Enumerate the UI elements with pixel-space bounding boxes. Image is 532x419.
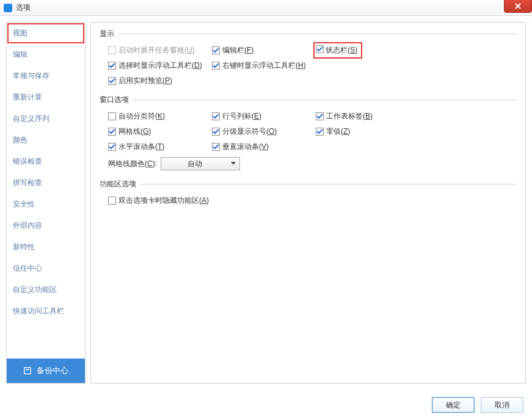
sidebar-item-security[interactable]: 安全性 [7, 194, 85, 215]
highlight-status-bar: 状态栏(S) [315, 43, 361, 57]
sidebar-item-label: 视图 [13, 29, 27, 37]
check-icon [316, 113, 323, 120]
label-page-breaks[interactable]: 自动分页符(K) [118, 111, 165, 122]
content-panel: 显示 启动时展开任务窗格(U) 编辑栏(F) 状态栏(S) [90, 22, 526, 384]
checkbox-outline-sym[interactable] [212, 128, 220, 136]
svg-rect-1 [26, 369, 29, 370]
checkbox-gridlines[interactable] [108, 128, 116, 136]
label-hscroll[interactable]: 水平滚动条(T) [118, 142, 164, 152]
sidebar-item-label: 颜色 [13, 136, 27, 144]
dialog-footer: 确定 取消 [432, 397, 523, 413]
svg-rect-0 [24, 368, 31, 374]
close-button[interactable] [504, 0, 532, 13]
check-icon [213, 144, 219, 150]
label-gridlines[interactable]: 网格线(G) [118, 126, 151, 137]
sidebar-item-view[interactable]: 视图 [7, 23, 85, 44]
section-window: 窗口选项 自动分页符(K) 行号列标(E) 工作表标签(B) [100, 95, 517, 170]
chevron-down-icon [231, 162, 236, 165]
sidebar-item-custom-seq[interactable]: 自定义序列 [7, 108, 85, 129]
sidebar-list: 视图 编辑 常规与保存 重新计算 自定义序列 颜色 错误检查 拼写检查 安全性 … [7, 23, 85, 359]
checkbox-row-col-hdr[interactable] [212, 112, 220, 120]
label-dblclick-hide[interactable]: 双击选项卡时隐藏功能区(A) [118, 195, 209, 206]
check-icon [316, 46, 323, 53]
sidebar-item-spell-check[interactable]: 拼写检查 [7, 172, 85, 194]
sidebar-item-trust-center[interactable]: 信任中心 [7, 258, 85, 279]
checkbox-startup-taskpane [108, 46, 116, 54]
checkbox-rclick-toolbar[interactable] [212, 62, 220, 70]
checkbox-formula-bar[interactable] [212, 46, 220, 54]
label-row-col-hdr[interactable]: 行号列标(E) [222, 111, 261, 122]
backup-center-button[interactable]: 备份中心 [7, 359, 85, 383]
title-bar: 选项 [0, 0, 532, 16]
sidebar-item-general[interactable]: 常规与保存 [7, 65, 85, 87]
sidebar-item-error-check[interactable]: 错误检查 [7, 151, 85, 172]
section-title-ribbon: 功能区选项 [100, 179, 517, 189]
sidebar-item-label: 快速访问工具栏 [13, 307, 64, 315]
checkbox-dblclick-hide[interactable] [108, 197, 116, 205]
divider [118, 34, 517, 34]
checkbox-vscroll[interactable] [212, 143, 220, 151]
checkbox-hscroll[interactable] [108, 143, 116, 151]
section-ribbon: 功能区选项 双击选项卡时隐藏功能区(A) [100, 179, 517, 206]
checkbox-zero-values[interactable] [316, 128, 324, 136]
label-rclick-toolbar[interactable]: 右键时显示浮动工具栏(H) [222, 60, 306, 71]
label-zero-values[interactable]: 零值(Z) [326, 126, 350, 137]
sidebar-item-new-features[interactable]: 新特性 [7, 236, 85, 258]
sidebar-item-label: 拼写检查 [13, 178, 42, 187]
label-outline-sym[interactable]: 分级显示符号(O) [222, 126, 277, 137]
sidebar-item-label: 外部内容 [13, 221, 42, 230]
check-icon [213, 128, 219, 135]
app-icon [4, 4, 12, 12]
checkbox-status-bar[interactable] [316, 45, 324, 53]
close-icon [514, 2, 522, 10]
label-live-preview[interactable]: 启用实时预览(P) [118, 76, 172, 86]
label-gridline-color: 网格线颜色(C): [108, 159, 157, 169]
checkbox-sheet-tabs[interactable] [316, 112, 324, 120]
checkbox-live-preview[interactable] [108, 77, 116, 85]
sidebar-item-label: 自定义功能区 [13, 285, 57, 294]
section-title-display: 显示 [100, 29, 517, 39]
window-title: 选项 [16, 2, 31, 13]
sidebar-item-label: 重新计算 [13, 93, 42, 101]
label-formula-bar[interactable]: 编辑栏(F) [222, 45, 253, 56]
label-sheet-tabs[interactable]: 工作表标签(B) [326, 111, 373, 122]
sidebar-item-color[interactable]: 颜色 [7, 129, 85, 151]
sidebar: 视图 编辑 常规与保存 重新计算 自定义序列 颜色 错误检查 拼写检查 安全性 … [6, 22, 86, 384]
check-icon [213, 47, 219, 54]
check-icon [316, 128, 323, 135]
label-vscroll[interactable]: 垂直滚动条(V) [222, 142, 269, 152]
divider [133, 100, 517, 100]
sidebar-item-quick-access[interactable]: 快速访问工具栏 [7, 301, 85, 322]
sidebar-item-edit[interactable]: 编辑 [7, 44, 85, 65]
sidebar-item-label: 安全性 [13, 200, 35, 208]
sidebar-item-label: 自定义序列 [13, 114, 49, 123]
button-label: 确定 [446, 400, 461, 410]
label-startup-taskpane: 启动时展开任务窗格(U) [118, 45, 195, 56]
backup-label: 备份中心 [37, 365, 68, 376]
section-title-label: 显示 [100, 29, 114, 39]
section-title-window: 窗口选项 [100, 95, 517, 105]
sidebar-item-custom-ribbon[interactable]: 自定义功能区 [7, 279, 85, 301]
divider [140, 184, 517, 184]
sidebar-item-external[interactable]: 外部内容 [7, 215, 85, 236]
sidebar-item-label: 错误检查 [13, 157, 42, 166]
check-icon [109, 78, 115, 84]
check-icon [109, 144, 115, 150]
sidebar-item-label: 信任中心 [13, 264, 42, 272]
checkbox-page-breaks[interactable] [108, 112, 116, 120]
backup-icon [23, 366, 32, 375]
checkbox-float-toolbar[interactable] [108, 62, 116, 70]
ok-button[interactable]: 确定 [432, 397, 475, 413]
sidebar-item-recalc[interactable]: 重新计算 [7, 87, 85, 108]
label-float-toolbar[interactable]: 选择时显示浮动工具栏(D) [118, 60, 202, 71]
check-icon [213, 62, 219, 69]
dropdown-gridline-color[interactable]: 自动 [161, 157, 240, 170]
check-icon [213, 113, 219, 120]
cancel-button[interactable]: 取消 [481, 397, 523, 413]
dropdown-value: 自动 [188, 159, 202, 169]
sidebar-item-label: 编辑 [13, 50, 27, 59]
label-status-bar[interactable]: 状态栏(S) [326, 46, 357, 54]
check-icon [109, 128, 115, 135]
check-icon [109, 62, 115, 69]
button-label: 取消 [495, 400, 509, 410]
